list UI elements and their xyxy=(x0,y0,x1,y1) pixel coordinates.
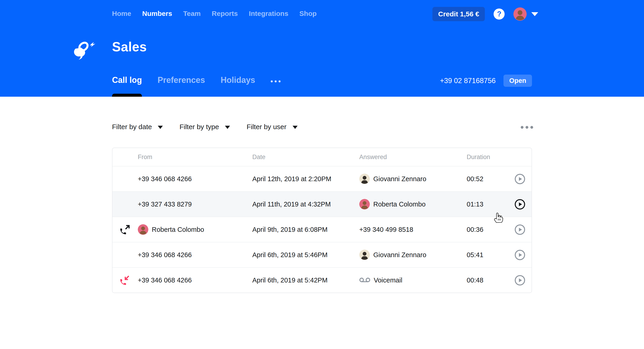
cell-play[interactable] xyxy=(508,199,532,210)
filter-by-type[interactable]: Filter by type xyxy=(180,123,230,131)
line-phone-number: +39 02 87168756 xyxy=(440,77,496,85)
megaphone-lightning-icon xyxy=(73,37,99,60)
cell-play[interactable] xyxy=(508,224,532,235)
table-row[interactable]: +39 346 068 4266April 6th, 2019 at 5:46P… xyxy=(112,242,532,267)
avatar xyxy=(359,249,370,260)
column-header-answered: Answered xyxy=(359,154,467,161)
cell-date: April 11th, 2019 at 4:32PM xyxy=(252,200,359,208)
missed-call-icon xyxy=(120,275,130,285)
page-title: Sales xyxy=(112,39,147,54)
from-value: +39 346 068 4266 xyxy=(138,251,192,259)
cell-from: +39 346 068 4266 xyxy=(138,175,252,183)
play-icon[interactable] xyxy=(514,275,526,286)
filter-by-date-label: Filter by date xyxy=(112,123,152,131)
cell-answered: Voicemail xyxy=(359,276,467,284)
table-row[interactable]: +39 346 068 4266April 6th, 2019 at 5:42P… xyxy=(112,267,532,293)
answered-value: Giovanni Zennaro xyxy=(373,251,426,259)
filter-by-user[interactable]: Filter by user xyxy=(246,123,298,131)
table-header-row: From Date Answered Duration xyxy=(112,148,532,166)
tabs: Call log Preferences Holidays xyxy=(112,74,280,86)
avatar xyxy=(138,224,148,235)
answered-value: Giovanni Zennaro xyxy=(373,175,426,183)
cell-date: April 6th, 2019 at 5:46PM xyxy=(252,251,359,259)
nav-item-team[interactable]: Team xyxy=(183,10,200,18)
hero-header: Home Numbers Team Reports Integrations S… xyxy=(0,0,644,97)
tab-call-log[interactable]: Call log xyxy=(112,75,142,85)
table-options-ellipsis-icon[interactable] xyxy=(521,126,533,129)
avatar xyxy=(359,199,370,209)
avatar xyxy=(359,174,370,184)
chevron-down-icon xyxy=(531,12,538,16)
cell-play[interactable] xyxy=(508,249,532,261)
answered-value: Voicemail xyxy=(374,276,402,284)
nav-item-numbers[interactable]: Numbers xyxy=(142,10,172,18)
cell-duration: 01:13 xyxy=(467,200,508,208)
chevron-down-icon xyxy=(225,126,230,129)
column-header-from: From xyxy=(138,154,252,161)
cell-duration: 05:41 xyxy=(467,251,508,259)
cell-answered: +39 340 499 8518 xyxy=(359,226,467,233)
play-icon[interactable] xyxy=(514,173,526,185)
topbar-right: Credit 1,56 € ? xyxy=(432,0,538,28)
nav-item-reports[interactable]: Reports xyxy=(212,10,238,18)
cell-duration: 00:52 xyxy=(467,175,508,183)
cell-answered: Giovanni Zennaro xyxy=(359,249,467,260)
cell-from: +39 346 068 4266 xyxy=(138,276,252,284)
column-header-date: Date xyxy=(252,154,359,161)
nav-item-shop[interactable]: Shop xyxy=(300,10,317,18)
call-log-table: From Date Answered Duration +39 346 068 … xyxy=(112,148,532,293)
cell-duration: 00:48 xyxy=(467,276,508,284)
line-info: +39 02 87168756 Open xyxy=(440,75,532,87)
chevron-down-icon xyxy=(158,126,163,129)
filter-by-date[interactable]: Filter by date xyxy=(112,123,163,131)
voicemail-icon xyxy=(359,277,370,284)
cell-from: +39 346 068 4266 xyxy=(138,251,252,259)
from-value: +39 346 068 4266 xyxy=(138,276,192,284)
filter-bar: Filter by date Filter by type Filter by … xyxy=(112,123,298,131)
outgoing-call-icon xyxy=(120,224,130,235)
cell-from: +39 327 433 8279 xyxy=(138,200,252,208)
call-table-body: +39 346 068 4266April 12th, 2019 at 2:20… xyxy=(112,166,532,293)
cell-play[interactable] xyxy=(508,275,532,286)
cell-from: Roberta Colombo xyxy=(138,224,252,235)
column-header-duration: Duration xyxy=(467,154,508,161)
cell-play[interactable] xyxy=(508,173,532,185)
cell-answered: Roberta Colombo xyxy=(359,199,467,209)
user-menu[interactable] xyxy=(513,7,538,21)
from-value: +39 327 433 8279 xyxy=(138,200,192,208)
answered-value: +39 340 499 8518 xyxy=(359,226,413,233)
open-line-button[interactable]: Open xyxy=(504,75,532,87)
tabs-ellipsis-icon[interactable] xyxy=(271,78,280,82)
table-row[interactable]: +39 346 068 4266April 12th, 2019 at 2:20… xyxy=(112,166,532,191)
answered-value: Roberta Colombo xyxy=(373,200,426,208)
cell-date: April 12th, 2019 at 2:20PM xyxy=(252,175,359,183)
cell-answered: Giovanni Zennaro xyxy=(359,174,467,184)
tab-holidays[interactable]: Holidays xyxy=(220,75,255,85)
nav-item-integrations[interactable]: Integrations xyxy=(249,10,288,18)
table-row[interactable]: Roberta ColomboApril 9th, 2019 at 6:08PM… xyxy=(112,217,532,242)
filter-by-type-label: Filter by type xyxy=(180,123,219,131)
play-icon[interactable] xyxy=(514,224,526,235)
avatar xyxy=(513,7,527,21)
table-row[interactable]: +39 327 433 8279April 11th, 2019 at 4:32… xyxy=(112,191,532,217)
from-value: Roberta Colombo xyxy=(152,226,204,233)
user-avatar[interactable] xyxy=(513,7,527,21)
play-icon[interactable] xyxy=(514,199,526,210)
chevron-down-icon xyxy=(292,126,298,129)
help-icon[interactable]: ? xyxy=(494,9,504,20)
tab-preferences[interactable]: Preferences xyxy=(158,75,205,85)
filter-by-user-label: Filter by user xyxy=(246,123,286,131)
main-nav: Home Numbers Team Reports Integrations S… xyxy=(112,10,317,18)
cell-duration: 00:36 xyxy=(467,226,508,233)
cell-date: April 6th, 2019 at 5:42PM xyxy=(252,276,359,284)
nav-item-home[interactable]: Home xyxy=(112,10,131,18)
cell-date: April 9th, 2019 at 6:08PM xyxy=(252,226,359,233)
active-tab-indicator xyxy=(112,94,142,97)
play-icon[interactable] xyxy=(514,249,526,261)
credit-button[interactable]: Credit 1,56 € xyxy=(432,7,485,21)
from-value: +39 346 068 4266 xyxy=(138,175,192,183)
